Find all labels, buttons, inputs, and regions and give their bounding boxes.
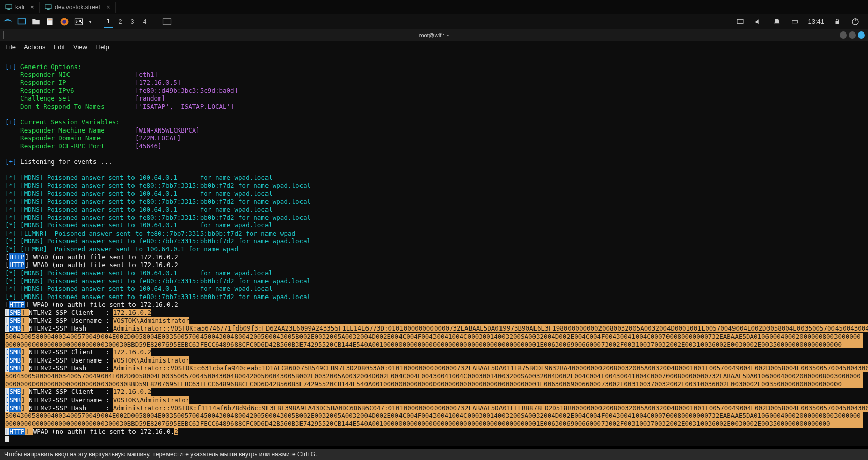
svg-rect-3 bbox=[47, 9, 49, 10]
volume-icon[interactable] bbox=[753, 16, 764, 27]
files-icon[interactable] bbox=[30, 16, 42, 27]
svg-rect-1 bbox=[7, 9, 10, 10]
terminal-menubar: File Actions Edit View Help bbox=[0, 41, 868, 53]
close-icon[interactable]: × bbox=[27, 4, 34, 11]
clock[interactable]: 13:41 bbox=[808, 18, 824, 25]
menu-edit[interactable]: Edit bbox=[54, 43, 65, 51]
display-icon[interactable] bbox=[735, 16, 746, 27]
vm-status-bar: Чтобы направить ввод на эту виртуальную … bbox=[0, 449, 868, 460]
lock-icon[interactable] bbox=[831, 16, 843, 27]
network-icon[interactable] bbox=[789, 16, 800, 27]
close-icon[interactable]: × bbox=[104, 4, 110, 11]
vm-tab-dev-vostok[interactable]: dev.vostok.street × bbox=[40, 2, 116, 13]
monitor-icon bbox=[5, 4, 12, 11]
svg-rect-6 bbox=[48, 19, 52, 20]
svg-rect-5 bbox=[47, 18, 53, 25]
notifications-icon[interactable] bbox=[771, 16, 782, 27]
text-editor-icon[interactable] bbox=[45, 16, 56, 27]
terminal-icon[interactable] bbox=[73, 16, 84, 27]
vm-tab-kali[interactable]: kali × bbox=[0, 2, 40, 13]
terminal-window: root@wifi: ~ File Actions Edit View Help… bbox=[0, 29, 868, 446]
svg-rect-10 bbox=[75, 19, 83, 25]
menu-view[interactable]: View bbox=[73, 43, 87, 51]
desktop-taskbar: ▾ 1 2 3 4 13:41 bbox=[0, 14, 868, 29]
show-desktop-icon[interactable] bbox=[16, 16, 27, 27]
vm-tab-label: dev.vostok.street bbox=[55, 4, 101, 11]
workspace-1[interactable]: 1 bbox=[104, 16, 113, 28]
vm-tab-label: kali bbox=[15, 4, 24, 11]
svg-rect-2 bbox=[45, 4, 51, 8]
minimize-button[interactable] bbox=[840, 31, 847, 39]
svg-rect-11 bbox=[163, 19, 171, 25]
svg-point-9 bbox=[62, 20, 66, 24]
workspace-3[interactable]: 3 bbox=[128, 16, 137, 28]
maximize-button[interactable] bbox=[849, 31, 856, 39]
vm-status-text: Чтобы направить ввод на эту виртуальную … bbox=[4, 451, 317, 458]
terminal-title: root@wifi: ~ bbox=[419, 32, 449, 38]
close-button[interactable] bbox=[858, 31, 865, 39]
taskbar-terminal-window-icon[interactable] bbox=[161, 16, 173, 27]
svg-rect-4 bbox=[18, 19, 26, 24]
firefox-icon[interactable] bbox=[59, 16, 70, 27]
terminal-icon bbox=[3, 31, 11, 39]
kali-menu-icon[interactable] bbox=[2, 16, 13, 27]
workspace-4[interactable]: 4 bbox=[140, 16, 149, 28]
dropdown-icon[interactable]: ▾ bbox=[87, 16, 93, 27]
svg-rect-13 bbox=[792, 20, 798, 23]
svg-rect-12 bbox=[737, 19, 743, 23]
svg-rect-0 bbox=[6, 4, 12, 8]
monitor-icon bbox=[45, 4, 52, 11]
svg-rect-7 bbox=[48, 20, 52, 21]
svg-rect-14 bbox=[836, 21, 839, 24]
menu-file[interactable]: File bbox=[5, 43, 16, 51]
menu-help[interactable]: Help bbox=[95, 43, 109, 51]
menu-actions[interactable]: Actions bbox=[24, 43, 46, 51]
vm-tab-bar: kali × dev.vostok.street × bbox=[0, 0, 868, 14]
terminal-content[interactable]: [+] Generic Options: Responder NIC [eth1… bbox=[0, 53, 868, 446]
terminal-titlebar[interactable]: root@wifi: ~ bbox=[0, 29, 868, 41]
workspace-2[interactable]: 2 bbox=[116, 16, 125, 28]
power-icon[interactable] bbox=[850, 16, 861, 27]
svg-rect-16 bbox=[855, 18, 855, 21]
